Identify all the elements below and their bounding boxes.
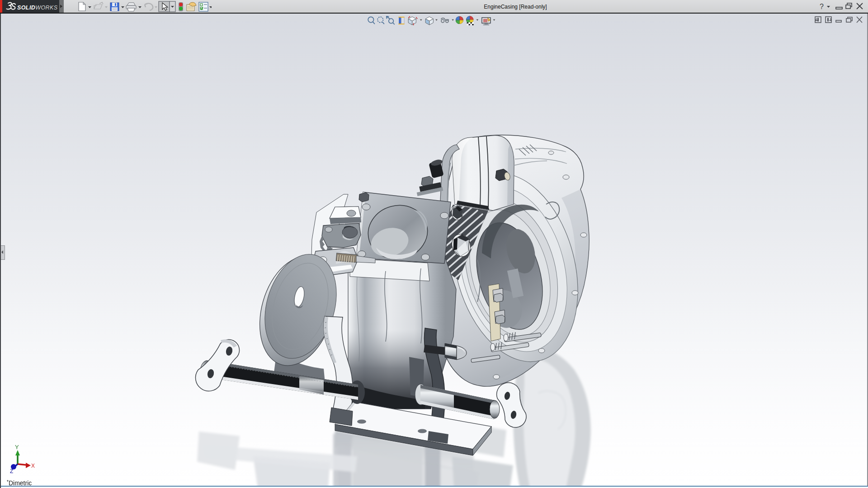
svg-text:Z: Z bbox=[10, 468, 13, 474]
svg-text:Y: Y bbox=[15, 444, 19, 450]
svg-text:?: ? bbox=[820, 3, 824, 10]
svg-text:X: X bbox=[31, 463, 35, 469]
svg-text:SOLIDWORKS: SOLIDWORKS bbox=[17, 5, 58, 11]
